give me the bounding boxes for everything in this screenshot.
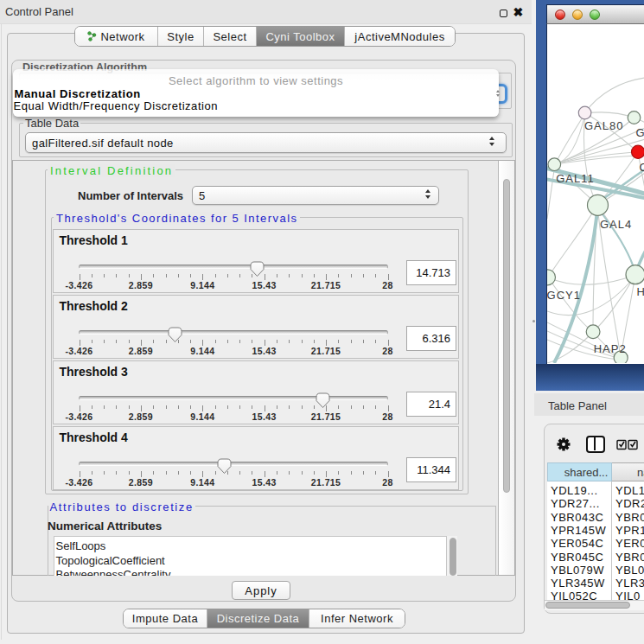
svg-text:GAL4: GAL4	[600, 218, 632, 231]
svg-text:GAL80: GAL80	[584, 119, 623, 132]
svg-text:H: H	[637, 285, 644, 298]
svg-text:GA: GA	[635, 126, 644, 139]
svg-text:C: C	[640, 161, 644, 174]
svg-text:GAL11: GAL11	[556, 172, 595, 185]
svg-text:GCY1: GCY1	[547, 289, 581, 302]
svg-text:HAP2: HAP2	[594, 342, 627, 355]
